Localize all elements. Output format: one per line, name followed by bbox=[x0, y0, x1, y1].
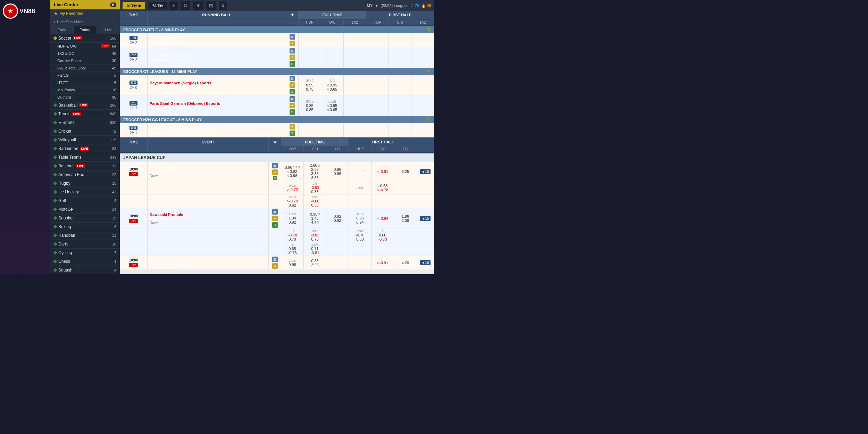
sport-item-badminton[interactable]: Badminton LIVE 93 bbox=[50, 144, 120, 153]
sport-item-squash[interactable]: Squash 4 bbox=[50, 266, 120, 274]
tv-icon[interactable]: ▦ bbox=[290, 48, 295, 53]
refresh-button[interactable]: ↻ bbox=[181, 1, 190, 10]
refresh-icon2[interactable]: ↻ bbox=[427, 69, 431, 74]
ft-hdp-bayern1[interactable]: 0/0.5 0.95 0.75 bbox=[299, 75, 321, 95]
kawasaki-ft-hdp[interactable]: 1/1.5 1.00 0.92 bbox=[281, 208, 304, 228]
nagoya-arrow[interactable]: ▼15 bbox=[417, 256, 434, 269]
kawasaki-fh-1x2[interactable]: 1.96 2.39 bbox=[394, 208, 417, 228]
tv-icon7[interactable]: ▦ bbox=[272, 163, 278, 168]
sport-item-cricket[interactable]: Cricket 72 bbox=[50, 127, 120, 136]
kaw-ex1-ft-ou[interactable]: 3/3.5 -0.83 0.73 bbox=[304, 229, 326, 242]
kawasaki-ft-ou[interactable]: 0.983 1.46 4.60 bbox=[304, 208, 326, 228]
kawasaki-arrow-btn[interactable]: ▼15 bbox=[420, 216, 430, 221]
kaw-ex1-ft-hdp[interactable]: 1.5 -0.78 0.70 bbox=[281, 229, 304, 242]
sub-item-correct-score[interactable]: Correct Score 30 bbox=[50, 57, 120, 65]
star-icon8[interactable]: ★ bbox=[272, 216, 278, 221]
today-button[interactable]: Today ▶ bbox=[123, 2, 145, 9]
albirex-arrow-btn[interactable]: ▼15 bbox=[420, 169, 430, 174]
sport-item-baseball[interactable]: Baseball LIVE 33 bbox=[50, 162, 120, 170]
albirex-ex1-fh-ou[interactable]: o0.68 u-0.78 bbox=[372, 181, 394, 194]
sub-item-fglg[interactable]: FG/LG 6 bbox=[50, 72, 120, 79]
star-icon3[interactable]: ★ bbox=[290, 55, 295, 60]
kaw-ex1-fh-hdp[interactable]: 0.5/1 -0.78 0.68 bbox=[349, 229, 372, 242]
sport-item-cycling[interactable]: Cycling 7 bbox=[50, 249, 120, 257]
kawasaki-fh-ou[interactable]: o-0.94 bbox=[372, 208, 394, 228]
sport-item-soccer[interactable]: Soccer LIVE 160 bbox=[50, 34, 120, 43]
sport-item-esports[interactable]: E-Sports 630 bbox=[50, 118, 120, 127]
sport-item-handball[interactable]: Handball 11 bbox=[50, 231, 120, 240]
albirex-ex2-ft-hdp[interactable]: 0/0.5 o-0.70 0.62 bbox=[281, 195, 304, 208]
tv-icon[interactable]: ▦ bbox=[290, 96, 295, 102]
nagoya-arrow-btn[interactable]: ▼15 bbox=[420, 260, 430, 265]
hide-sport-menu[interactable]: ▪ Hide Sport Menu bbox=[50, 18, 120, 26]
s-icon5[interactable]: S bbox=[272, 222, 278, 228]
tab-today[interactable]: Today bbox=[74, 26, 97, 34]
s-icon2[interactable]: S bbox=[290, 89, 295, 94]
nagoya-fh-ou[interactable]: o-0.91 bbox=[372, 256, 394, 269]
parlay-button[interactable]: Parlay bbox=[148, 2, 167, 9]
star-icon4[interactable]: ★ bbox=[290, 82, 295, 88]
albirex-ex2-ft-ou[interactable]: 2.5/3 -0.68 0.58 bbox=[304, 195, 326, 208]
kawasaki-arrow[interactable]: ▼15 bbox=[417, 208, 434, 228]
sport-item-basketball[interactable]: Basketball LIVE 266 bbox=[50, 101, 120, 110]
tv-icon8[interactable]: ▦ bbox=[272, 209, 278, 215]
s-icon[interactable]: S bbox=[290, 61, 295, 67]
nagoya-fh-1x2[interactable]: 4.20 bbox=[394, 256, 417, 269]
sport-item-tennis[interactable]: Tennis LIVE 849 bbox=[50, 110, 120, 118]
chevron-button[interactable]: ▼ bbox=[193, 1, 203, 10]
albirex-fh-1x2[interactable]: 3.25 bbox=[394, 162, 417, 181]
tab-early[interactable]: Early bbox=[50, 26, 74, 34]
star-icon7[interactable]: ★ bbox=[272, 169, 278, 175]
refresh-icon[interactable]: ↻ bbox=[427, 27, 431, 32]
sport-item-tabletennis[interactable]: Table Tennis 349 bbox=[50, 153, 120, 162]
sport-item-darts[interactable]: Darts 18 bbox=[50, 240, 120, 249]
my-favorites[interactable]: ★ My Favorites bbox=[50, 9, 120, 18]
nagoya-ft-ou[interactable]: 0.83 3.95 bbox=[304, 256, 326, 269]
tv-icon[interactable]: ▦ bbox=[290, 76, 295, 81]
albirex-ex1-ft-ou[interactable]: 2.5 -0.93 0.83 bbox=[304, 181, 326, 194]
star-icon9[interactable]: ★ bbox=[272, 263, 278, 269]
albirex-ex1-ft-hdp[interactable]: 0/0.5 o-0.72 bbox=[281, 181, 304, 194]
nagoya-ft-hdp[interactable]: 2/2.5 0.96 bbox=[281, 256, 304, 269]
kawasaki-ft-1x2[interactable]: 0.92 0.92 bbox=[326, 208, 349, 228]
kaw-ex1-fh-ou[interactable]: 1 0.60 -0.70 bbox=[372, 229, 394, 242]
sub-item-mix-parlay[interactable]: Mix Parlay 16 bbox=[50, 86, 120, 94]
refresh-icon3[interactable]: ↻ bbox=[427, 117, 431, 122]
albirex-fh-ou[interactable]: o-0.91 bbox=[372, 162, 394, 181]
albirex-ft-ou[interactable]: 2.66 0 2.66 3.35 3.35 bbox=[304, 162, 326, 181]
star-icon2[interactable]: ★ bbox=[290, 41, 295, 46]
s-icon4[interactable]: S bbox=[290, 131, 295, 136]
albirex-fh-hdp[interactable]: 0.941 bbox=[349, 162, 372, 181]
sport-item-chess[interactable]: Chess 1 bbox=[50, 257, 120, 266]
star-icon5[interactable]: ★ bbox=[290, 103, 295, 108]
sub-item-outright[interactable]: Outright 96 bbox=[50, 94, 120, 101]
plus-button[interactable]: + bbox=[169, 1, 178, 10]
albirex-arrow[interactable]: ▼15 bbox=[417, 162, 434, 181]
sport-item-rugby[interactable]: Rugby 15 bbox=[50, 179, 120, 188]
albirex-ft-hdp[interactable]: 0.962/2.5 o0.82 u0.96 bbox=[281, 162, 304, 181]
sport-item-americanfoo[interactable]: American Foo... 22 bbox=[50, 170, 120, 179]
ft-ou-psg2[interactable]: 5.5/6 o0.95 u0.65 bbox=[321, 95, 344, 116]
sport-item-motogp[interactable]: MotoGP 14 bbox=[50, 205, 120, 214]
sport-item-boxing[interactable]: Boxing 6 bbox=[50, 223, 120, 231]
tab-live[interactable]: Live bbox=[97, 26, 120, 34]
tv-icon9[interactable]: ▦ bbox=[272, 257, 278, 262]
sub-item-oe[interactable]: O/E & Total Goal 49 bbox=[50, 65, 120, 72]
kawasaki-fh-hdp[interactable]: 1/1.5 0.96 0.94 bbox=[349, 208, 372, 228]
sub-item-hdp[interactable]: HDP & O/U LIVE 64 bbox=[50, 43, 120, 50]
sport-item-volleyball[interactable]: Volleyball 115 bbox=[50, 136, 120, 144]
kaw-ex2-ft-ou[interactable]: 2.5/3 0.71 -0.81 bbox=[304, 242, 326, 256]
star-icon6[interactable]: ★ bbox=[290, 124, 295, 130]
sub-item-1x2[interactable]: 1X2 & DC 46 bbox=[50, 50, 120, 57]
ft-hdp-psg2[interactable]: 0/0.5 0.85 0.85 bbox=[299, 95, 321, 116]
albirex-ft-1x2[interactable]: 0.96 0.96 bbox=[326, 162, 349, 181]
s-icon3[interactable]: S bbox=[290, 109, 295, 115]
kaw-ex2-ft-hdp[interactable]: 1 0.65 -0.73 bbox=[281, 242, 304, 256]
sport-item-golf[interactable]: Golf 3 bbox=[50, 197, 120, 205]
grid-button[interactable]: ⊞ bbox=[206, 1, 216, 10]
list-button[interactable]: ≡ bbox=[219, 1, 227, 10]
sport-item-icehockey[interactable]: Ice Hockey 43 bbox=[50, 188, 120, 197]
albirex-ex1-fh-hdp[interactable]: 0.5/1 bbox=[349, 181, 372, 194]
ft-ou-bayern1[interactable]: 6.5 o0.95 u0.65 bbox=[321, 75, 344, 95]
sub-item-htft[interactable]: HT/FT 5 bbox=[50, 79, 120, 86]
